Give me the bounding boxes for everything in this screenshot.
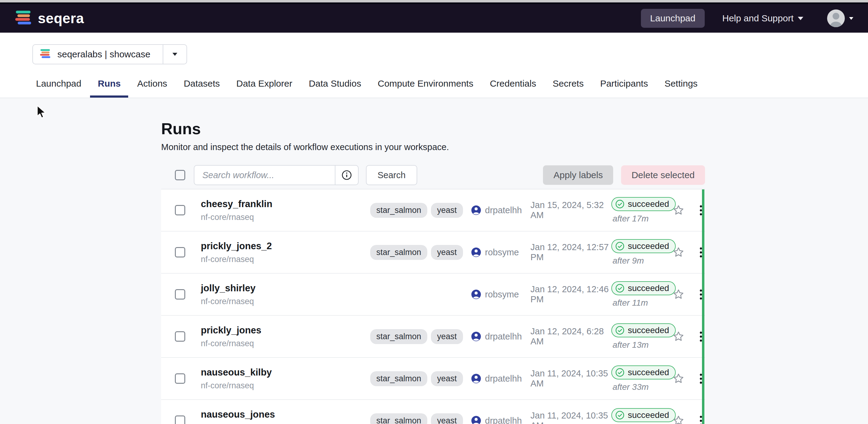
row-checkbox[interactable] <box>175 416 185 424</box>
star-icon[interactable] <box>672 330 685 343</box>
tab-settings[interactable]: Settings <box>657 78 705 98</box>
run-duration: after 9m <box>611 256 672 266</box>
page-head: Runs Monitor and inspect the details of … <box>161 120 868 152</box>
row-menu-button[interactable] <box>693 290 708 299</box>
brand: seqera <box>14 9 84 28</box>
search-input[interactable] <box>194 166 335 185</box>
run-row[interactable]: cheesy_franklin nf-core/rnaseq star_salm… <box>161 189 705 231</box>
status-badge: succeeded <box>611 408 676 422</box>
row-menu-button[interactable] <box>693 332 708 341</box>
row-checkbox[interactable] <box>175 205 185 215</box>
run-label-pill: yeast <box>431 329 463 344</box>
run-row[interactable]: prickly_jones nf-core/rnaseq star_salmon… <box>161 316 705 358</box>
seqera-logo-icon <box>14 9 32 28</box>
user-icon <box>471 205 481 215</box>
run-label-pill: star_salmon <box>370 329 427 344</box>
tab-compute-environments[interactable]: Compute Environments <box>370 78 481 98</box>
run-user: drpatelhh <box>485 416 522 424</box>
workspace-dropdown-toggle[interactable] <box>163 45 186 64</box>
row-checkbox[interactable] <box>175 247 185 257</box>
runs-toolbar: Search Apply labels Delete selected <box>161 161 705 189</box>
main-content: Runs Monitor and inspect the details of … <box>0 98 868 424</box>
row-checkbox[interactable] <box>175 331 185 341</box>
star-icon[interactable] <box>672 204 685 216</box>
check-circle-icon <box>615 410 625 420</box>
run-label-pill: star_salmon <box>370 203 427 218</box>
search-info-button[interactable] <box>335 166 358 185</box>
select-all-checkbox[interactable] <box>175 170 185 180</box>
browser-chrome-strip <box>0 0 868 2</box>
check-circle-icon <box>615 283 625 293</box>
help-and-support-menu[interactable]: Help and Support <box>722 13 804 24</box>
row-menu-button[interactable] <box>693 374 708 384</box>
kebab-icon <box>700 290 702 292</box>
run-user: robsyme <box>485 290 519 299</box>
tab-label: Settings <box>664 78 698 89</box>
check-circle-icon <box>615 199 625 209</box>
status-badge: succeeded <box>611 281 676 295</box>
tab-label: Participants <box>600 78 648 89</box>
user-icon <box>471 373 481 384</box>
search-box <box>194 165 359 185</box>
row-checkbox[interactable] <box>175 289 185 299</box>
status-label: succeeded <box>628 283 669 293</box>
run-name-link[interactable]: prickly_jones <box>201 325 370 336</box>
row-checkbox[interactable] <box>175 373 185 384</box>
run-label-pill: star_salmon <box>370 371 427 386</box>
star-icon[interactable] <box>672 246 685 258</box>
tab-data-studios[interactable]: Data Studios <box>301 78 369 98</box>
mouse-cursor-icon <box>34 104 49 120</box>
status-label: succeeded <box>628 367 669 377</box>
navbar-right: Launchpad Help and Support <box>641 9 854 28</box>
run-date: Jan 12, 2024, 12:57 PM <box>530 242 611 262</box>
check-circle-icon <box>615 325 625 335</box>
tabs: LaunchpadRunsActionsDatasetsData Explore… <box>0 64 868 98</box>
run-row[interactable]: nauseous_jones nf-core/rnaseq star_salmo… <box>161 400 705 424</box>
run-labels: star_salmonyeast <box>370 413 471 424</box>
delete-selected-button[interactable]: Delete selected <box>621 165 705 185</box>
tab-data-explorer[interactable]: Data Explorer <box>228 78 300 98</box>
row-menu-button[interactable] <box>693 416 708 424</box>
run-name-link[interactable]: cheesy_franklin <box>201 199 370 209</box>
run-date: Jan 11, 2024, 10:35 AM <box>530 368 611 389</box>
star-icon[interactable] <box>672 288 685 300</box>
run-labels: star_salmonyeast <box>370 371 471 386</box>
status-badge: succeeded <box>611 365 676 380</box>
run-name-link[interactable]: prickly_jones_2 <box>201 241 370 252</box>
run-name-link[interactable]: nauseous_jones <box>201 409 370 420</box>
row-menu-button[interactable] <box>693 248 708 257</box>
tab-participants[interactable]: Participants <box>592 78 656 98</box>
run-row[interactable]: nauseous_kilby nf-core/rnaseq star_salmo… <box>161 358 705 400</box>
row-menu-button[interactable] <box>693 205 708 215</box>
tab-runs[interactable]: Runs <box>90 78 128 98</box>
run-name-link[interactable]: jolly_shirley <box>201 283 370 294</box>
run-user: robsyme <box>485 248 519 257</box>
run-row[interactable]: prickly_jones_2 nf-core/rnaseq star_salm… <box>161 231 705 273</box>
runs-table-body: cheesy_franklin nf-core/rnaseq star_salm… <box>161 189 705 424</box>
info-icon <box>341 170 352 181</box>
apply-labels-button[interactable]: Apply labels <box>543 165 613 185</box>
screen: seqera Launchpad Help and Support <box>0 0 868 424</box>
run-date: Jan 12, 2024, 12:46 PM <box>530 284 611 304</box>
kebab-icon <box>700 332 702 334</box>
search-button[interactable]: Search <box>366 165 417 185</box>
run-duration: after 17m <box>611 214 672 224</box>
star-icon[interactable] <box>672 372 685 385</box>
run-duration: after 11m <box>611 298 672 308</box>
tab-launchpad[interactable]: Launchpad <box>28 78 89 98</box>
tab-secrets[interactable]: Secrets <box>545 78 591 98</box>
run-label-pill: yeast <box>431 245 463 260</box>
run-row[interactable]: jolly_shirley nf-core/rnaseq robsyme Jan… <box>161 273 705 316</box>
workspace-selector[interactable]: seqeralabs | showcase <box>32 44 187 64</box>
launchpad-button[interactable]: Launchpad <box>641 9 705 28</box>
user-menu[interactable] <box>827 9 854 27</box>
run-label-pill: yeast <box>431 371 463 386</box>
star-icon[interactable] <box>672 415 685 424</box>
run-labels: star_salmonyeast <box>370 329 471 344</box>
run-name-link[interactable]: nauseous_kilby <box>201 367 370 378</box>
run-label-pill: star_salmon <box>370 413 427 424</box>
run-date: Jan 11, 2024, 10:35 AM <box>530 411 611 424</box>
tab-datasets[interactable]: Datasets <box>176 78 227 98</box>
tab-actions[interactable]: Actions <box>129 78 175 98</box>
tab-credentials[interactable]: Credentials <box>482 78 544 98</box>
